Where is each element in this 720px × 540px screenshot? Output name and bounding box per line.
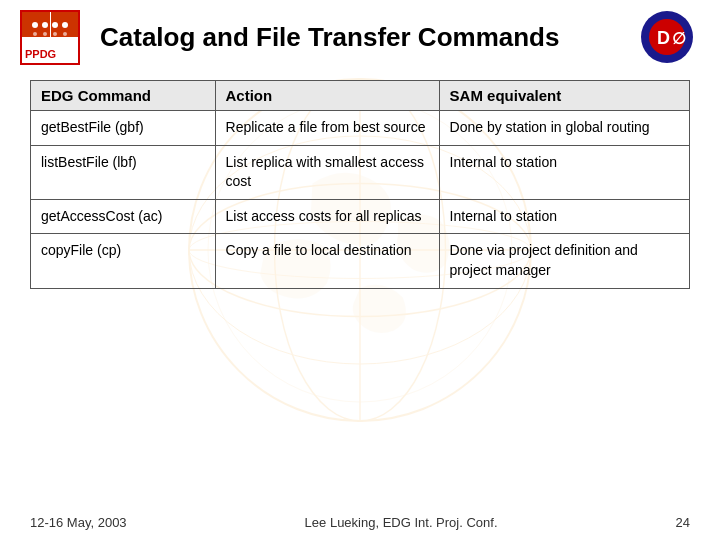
main-content: EDG Command Action SAM equivalent getBes… — [0, 75, 720, 299]
cell-command: getAccessCost (ac) — [31, 199, 216, 234]
table-row: listBestFile (lbf)List replica with smal… — [31, 145, 690, 199]
svg-point-14 — [62, 22, 68, 28]
footer-page: 24 — [676, 515, 690, 530]
svg-point-12 — [42, 22, 48, 28]
svg-point-15 — [33, 32, 37, 36]
header: PPDG Catalog and File Transfer Commands … — [0, 0, 720, 75]
cell-action: List access costs for all replicas — [215, 199, 439, 234]
footer: 12-16 May, 2003 Lee Lueking, EDG Int. Pr… — [0, 515, 720, 530]
table-header-row: EDG Command Action SAM equivalent — [31, 81, 690, 111]
svg-point-18 — [63, 32, 67, 36]
table-row: copyFile (cp)Copy a file to local destin… — [31, 234, 690, 288]
col-header-command: EDG Command — [31, 81, 216, 111]
cell-command: copyFile (cp) — [31, 234, 216, 288]
footer-date: 12-16 May, 2003 — [30, 515, 127, 530]
commands-table: EDG Command Action SAM equivalent getBes… — [30, 80, 690, 289]
cell-sam: Done via project definition and project … — [439, 234, 689, 288]
cell-command: listBestFile (lbf) — [31, 145, 216, 199]
footer-conference: Lee Lueking, EDG Int. Proj. Conf. — [305, 515, 498, 530]
svg-point-11 — [32, 22, 38, 28]
cell-command: getBestFile (gbf) — [31, 111, 216, 146]
d0-logo: D ∅ — [635, 10, 700, 65]
cell-action: List replica with smallest access cost — [215, 145, 439, 199]
col-header-action: Action — [215, 81, 439, 111]
cell-sam: Internal to station — [439, 199, 689, 234]
table-row: getAccessCost (ac)List access costs for … — [31, 199, 690, 234]
svg-point-17 — [53, 32, 57, 36]
cell-action: Copy a file to local destination — [215, 234, 439, 288]
svg-text:D: D — [657, 28, 670, 48]
svg-text:PPDG: PPDG — [25, 48, 56, 60]
svg-text:∅: ∅ — [672, 30, 686, 47]
page-title: Catalog and File Transfer Commands — [100, 22, 635, 53]
svg-point-16 — [43, 32, 47, 36]
cell-sam: Internal to station — [439, 145, 689, 199]
svg-point-13 — [52, 22, 58, 28]
table-row: getBestFile (gbf)Replicate a file from b… — [31, 111, 690, 146]
cell-action: Replicate a file from best source — [215, 111, 439, 146]
ppdg-logo: PPDG — [20, 10, 80, 65]
col-header-sam: SAM equivalent — [439, 81, 689, 111]
cell-sam: Done by station in global routing — [439, 111, 689, 146]
